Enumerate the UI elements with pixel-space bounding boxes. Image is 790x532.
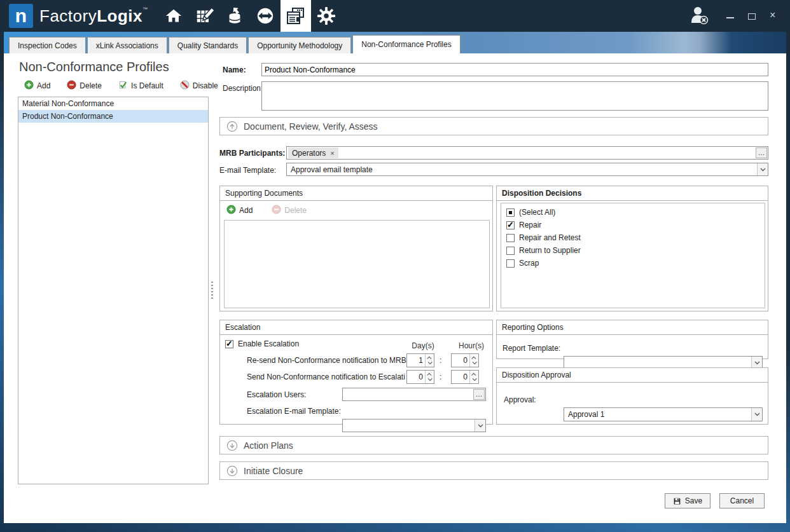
send-days-spinner[interactable]: 0 (406, 370, 434, 384)
time-colon: : (440, 356, 441, 365)
expander-initiate-closure[interactable]: Initiate Closure (219, 461, 768, 480)
chevron-down-icon[interactable] (751, 408, 762, 421)
repair-and-retest-checkbox[interactable] (506, 234, 515, 242)
hours-header: Hour(s) (457, 341, 486, 350)
repair-checkbox[interactable] (506, 221, 515, 229)
escalation-email-template-select[interactable] (342, 419, 486, 432)
enable-escalation-row[interactable]: Enable Escalation (225, 339, 299, 348)
transfer-arrows-icon[interactable] (250, 0, 281, 32)
app-window: n FactoryLogix™ (0, 0, 790, 532)
escalation-title: Escalation (220, 320, 492, 335)
title-bar: n FactoryLogix™ (0, 0, 790, 32)
checkbox-label: Repair (519, 221, 541, 229)
delete-icon (67, 80, 76, 92)
profiles-list: Material Non-Conformance Product Non-Con… (18, 97, 209, 484)
mrb-browse-button[interactable]: … (756, 147, 767, 158)
tab-quality-standards[interactable]: Quality Standards (169, 37, 247, 53)
list-item[interactable]: Material Non-Conformance (18, 97, 208, 110)
resend-hours-spinner[interactable]: 0 (451, 353, 479, 367)
brand-factory: Factory (39, 6, 97, 25)
delete-profile-button[interactable]: Delete (67, 80, 102, 92)
disposition-decisions-list: (Select All) Repair Repair and Retest Re… (501, 203, 765, 308)
settings-gear-icon[interactable] (311, 0, 342, 32)
chevron-down-icon[interactable] (475, 419, 485, 432)
name-input[interactable] (261, 63, 768, 76)
spinner-arrows-icon[interactable] (469, 354, 478, 367)
checkbox-label: Return to Supplier (519, 246, 581, 255)
production-grid-pencil-icon[interactable] (189, 0, 219, 32)
approval-value: Approval 1 (564, 410, 751, 419)
mrb-participants-field[interactable]: Operators × … (286, 146, 768, 160)
disposition-approval-title: Disposition Approval (497, 368, 768, 383)
window-controls: × (726, 12, 777, 20)
materials-cylinder-icon[interactable] (219, 0, 250, 32)
checkbox-repair-and-retest[interactable]: Repair and Retest (501, 231, 765, 244)
is-default-button[interactable]: Is Default (118, 80, 163, 92)
supporting-documents-list[interactable] (224, 220, 490, 308)
disposition-decisions-group: Disposition Decisions (Select All) Repai… (496, 186, 768, 311)
spinner-arrows-icon[interactable] (425, 371, 434, 383)
tab-non-conformance-profiles[interactable]: Non-Conformance Profiles (352, 35, 460, 53)
close-icon[interactable]: × (770, 12, 777, 20)
brand-logix: Logix (97, 6, 142, 25)
expander-action-plans[interactable]: Action Plans (219, 436, 768, 454)
enable-escalation-label: Enable Escalation (238, 339, 299, 348)
add-profile-button[interactable]: Add (24, 80, 50, 92)
reporting-options-group: Reporting Options Report Template: (496, 320, 768, 359)
supporting-documents-group: Supporting Documents Add Delete (219, 186, 493, 311)
escalation-email-template-label: Escalation E-mail Template: (247, 407, 341, 416)
delete-document-label: Delete (284, 206, 307, 215)
add-document-button[interactable]: Add (226, 205, 253, 216)
disposition-decisions-title: Disposition Decisions (497, 186, 768, 201)
maximize-icon[interactable] (748, 13, 756, 20)
checkbox-return-to-supplier[interactable]: Return to Supplier (501, 244, 765, 257)
time-colon: : (440, 372, 441, 381)
escalation-users-browse-button[interactable]: … (473, 389, 485, 400)
return-to-supplier-checkbox[interactable] (506, 247, 515, 255)
tab-xlink-associations[interactable]: xLink Associations (87, 37, 167, 53)
cancel-button[interactable]: Cancel (719, 493, 765, 508)
mrb-participants-label: MRB Participants: (219, 149, 285, 158)
cancel-button-label: Cancel (730, 496, 754, 505)
expand-down-icon (226, 440, 238, 451)
save-button[interactable]: Save (665, 493, 710, 508)
checkbox-select-all[interactable]: (Select All) (501, 206, 765, 219)
tab-opportunity-methodology[interactable]: Opportunity Methodology (248, 37, 351, 53)
panel-splitter[interactable] (211, 95, 214, 484)
approval-select[interactable]: Approval 1 (564, 407, 763, 421)
checkbox-repair[interactable]: Repair (501, 219, 765, 231)
select-all-checkbox[interactable] (506, 208, 515, 217)
spinner-arrows-icon[interactable] (469, 371, 478, 383)
user-logout-icon[interactable] (688, 4, 710, 28)
spinner-arrows-icon[interactable] (425, 354, 434, 367)
disable-label: Disable (193, 81, 218, 90)
home-icon[interactable] (158, 0, 189, 32)
description-input[interactable] (261, 81, 768, 111)
checkbox-label: Repair and Retest (519, 233, 581, 242)
minimize-icon[interactable] (726, 13, 734, 18)
add-icon (226, 205, 236, 216)
disposition-approval-group: Disposition Approval Approval: Approval … (496, 367, 768, 425)
scrap-checkbox[interactable] (506, 259, 515, 268)
checkbox-label: Scrap (519, 259, 539, 268)
is-default-label: Is Default (131, 81, 163, 90)
checkbox-scrap[interactable]: Scrap (501, 257, 765, 269)
chevron-down-icon[interactable] (757, 163, 768, 175)
tab-strip: Inspection Codes xLink Associations Qual… (4, 32, 786, 53)
disable-profile-button[interactable]: Disable (180, 80, 218, 92)
remove-tag-icon[interactable]: × (330, 149, 334, 157)
expander-document-review-verify-assess[interactable]: Document, Review, Verify, Assess (219, 117, 768, 135)
quality-documents-icon[interactable] (281, 0, 311, 32)
escalation-users-label: Escalation Users: (247, 390, 306, 399)
send-hours-spinner[interactable]: 0 (451, 370, 479, 384)
participant-tag: Operators × (288, 147, 338, 158)
escalation-users-field[interactable]: … (342, 388, 486, 401)
add-profile-label: Add (37, 81, 50, 90)
enable-escalation-checkbox[interactable] (225, 340, 233, 348)
resend-mrb-label: Re-send Non-Conformance notification to … (247, 356, 406, 365)
tab-inspection-codes[interactable]: Inspection Codes (9, 37, 86, 53)
resend-days-spinner[interactable]: 1 (406, 353, 434, 367)
list-item[interactable]: Product Non-Conformance (18, 110, 208, 123)
window-body: Inspection Codes xLink Associations Qual… (4, 32, 786, 523)
email-template-select[interactable]: Approval email template (286, 163, 768, 176)
